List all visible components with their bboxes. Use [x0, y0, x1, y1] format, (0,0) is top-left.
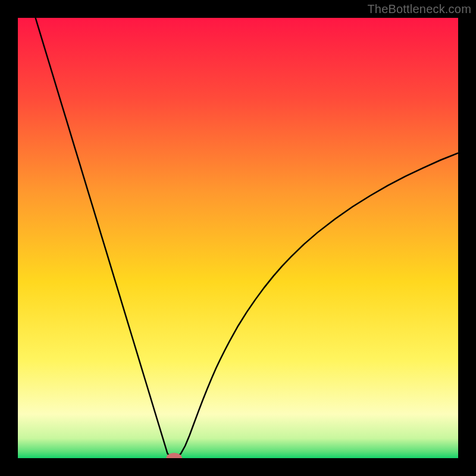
watermark-text: TheBottleneck.com — [367, 2, 471, 16]
chart-frame: TheBottleneck.com — [0, 0, 476, 476]
bottleneck-chart — [18, 18, 458, 458]
chart-background — [18, 18, 458, 458]
